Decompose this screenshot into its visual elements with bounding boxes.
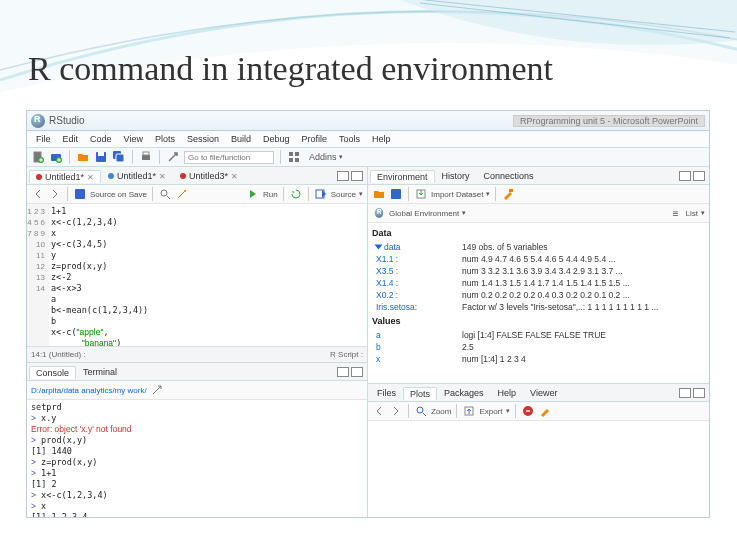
goto-input[interactable] — [184, 151, 274, 164]
tab-files[interactable]: Files — [370, 386, 403, 399]
remove-plot-icon[interactable] — [521, 404, 535, 418]
source-toolbar: Source on Save Run Source▾ — [27, 185, 367, 204]
list-view-icon[interactable]: ≡ — [669, 206, 683, 220]
menu-build[interactable]: Build — [226, 133, 256, 145]
source-editor[interactable]: 1 2 3 4 5 6 7 8 9 10 11 12 13 14 1+1 x<-… — [27, 204, 367, 346]
clear-icon[interactable] — [501, 187, 515, 201]
close-icon[interactable]: ✕ — [231, 172, 238, 181]
working-dir[interactable]: D:/arpita/data analytics/my work/ — [31, 386, 147, 395]
source-tab-1[interactable]: Untitled1*✕ — [29, 170, 101, 183]
env-var-b[interactable]: b — [372, 341, 462, 353]
console-output[interactable]: setprd > x.y Error: object 'x.y' not fou… — [27, 400, 367, 517]
tab-history[interactable]: History — [435, 169, 477, 182]
maximize-pane-icon[interactable] — [693, 388, 705, 398]
minimize-pane-icon[interactable] — [337, 367, 349, 377]
code-text[interactable]: 1+1 x<-c(1,2,3,4) x y<-c(3,4,5) y z=prod… — [49, 204, 367, 346]
new-file-icon[interactable] — [31, 150, 45, 164]
menu-debug[interactable]: Debug — [258, 133, 295, 145]
files-pane: Files Plots Packages Help Viewer Zoom Ex… — [368, 384, 709, 517]
back-icon[interactable] — [31, 187, 45, 201]
new-project-icon[interactable] — [49, 150, 63, 164]
wand-icon[interactable] — [175, 187, 189, 201]
tab-viewer[interactable]: Viewer — [523, 386, 564, 399]
tab-plots[interactable]: Plots — [403, 387, 437, 400]
run-button[interactable]: Run — [263, 190, 278, 199]
menu-plots[interactable]: Plots — [150, 133, 180, 145]
env-col-x35: X3.5 : — [372, 265, 462, 277]
files-tabbar: Files Plots Packages Help Viewer — [368, 384, 709, 402]
tab-terminal[interactable]: Terminal — [76, 365, 124, 378]
addins-dropdown[interactable]: Addins▾ — [305, 152, 347, 162]
save-icon[interactable] — [73, 187, 87, 201]
grid-icon[interactable] — [287, 150, 301, 164]
menu-code[interactable]: Code — [85, 133, 117, 145]
minimize-pane-icon[interactable] — [679, 171, 691, 181]
open-file-icon[interactable] — [76, 150, 90, 164]
expand-icon[interactable] — [375, 245, 383, 250]
minimize-pane-icon[interactable] — [679, 388, 691, 398]
console-pane: Console Terminal D:/arpita/data analytic… — [27, 363, 367, 517]
menu-session[interactable]: Session — [182, 133, 224, 145]
svg-rect-10 — [142, 155, 150, 160]
load-workspace-icon[interactable] — [372, 187, 386, 201]
menu-view[interactable]: View — [119, 133, 148, 145]
file-dot-icon — [108, 173, 114, 179]
import-icon[interactable] — [414, 187, 428, 201]
rerun-icon[interactable] — [289, 187, 303, 201]
export-button[interactable]: Export — [479, 407, 502, 416]
menu-file[interactable]: File — [31, 133, 56, 145]
tab-environment[interactable]: Environment — [370, 170, 435, 183]
export-icon[interactable] — [462, 404, 476, 418]
more-icon[interactable] — [150, 383, 164, 397]
next-plot-icon[interactable] — [389, 404, 403, 418]
maximize-pane-icon[interactable] — [351, 367, 363, 377]
dirty-dot-icon — [180, 173, 186, 179]
maximize-pane-icon[interactable] — [693, 171, 705, 181]
find-icon[interactable] — [158, 187, 172, 201]
prev-plot-icon[interactable] — [372, 404, 386, 418]
run-icon[interactable] — [246, 187, 260, 201]
menu-tools[interactable]: Tools — [334, 133, 365, 145]
menu-profile[interactable]: Profile — [297, 133, 333, 145]
minimize-pane-icon[interactable] — [337, 171, 349, 181]
clear-plots-icon[interactable] — [538, 404, 552, 418]
environment-tabbar: Environment History Connections — [368, 167, 709, 185]
zoom-button[interactable]: Zoom — [431, 407, 451, 416]
env-col-x14: X1.4 : — [372, 277, 462, 289]
tab-packages[interactable]: Packages — [437, 386, 491, 399]
env-var-x[interactable]: x — [372, 353, 462, 365]
menu-edit[interactable]: Edit — [58, 133, 84, 145]
close-icon[interactable]: ✕ — [159, 172, 166, 181]
tab-connections[interactable]: Connections — [477, 169, 541, 182]
svg-rect-20 — [391, 189, 401, 199]
goto-icon[interactable] — [166, 150, 180, 164]
zoom-icon[interactable] — [414, 404, 428, 418]
save-workspace-icon[interactable] — [389, 187, 403, 201]
print-icon[interactable] — [139, 150, 153, 164]
source-tab-3[interactable]: Untitled3*✕ — [173, 169, 245, 182]
source-button[interactable]: Source — [331, 190, 356, 199]
console-tabbar: Console Terminal — [27, 363, 367, 381]
save-all-icon[interactable] — [112, 150, 126, 164]
maximize-pane-icon[interactable] — [351, 171, 363, 181]
env-var-a[interactable]: a — [372, 329, 462, 341]
close-icon[interactable]: ✕ — [87, 173, 94, 182]
source-icon[interactable] — [314, 187, 328, 201]
import-dataset-button[interactable]: Import Dataset — [431, 190, 483, 199]
tab-console[interactable]: Console — [29, 366, 76, 379]
env-col-x11: X1.1 : — [372, 253, 462, 265]
scope-dropdown[interactable]: Global Environment — [389, 209, 459, 218]
titlebar: RStudio RProgramming unit 5 - Microsoft … — [27, 111, 709, 131]
app-title: RStudio — [49, 115, 85, 126]
menu-help[interactable]: Help — [367, 133, 396, 145]
save-icon[interactable] — [94, 150, 108, 164]
source-tab-2[interactable]: Untitled1*✕ — [101, 169, 173, 182]
environment-scope-bar: Global Environment▾ ≡List▾ — [368, 204, 709, 223]
forward-icon[interactable] — [48, 187, 62, 201]
slide-title: R command in integrated environment — [28, 50, 553, 88]
source-on-save-label[interactable]: Source on Save — [90, 190, 147, 199]
tab-help[interactable]: Help — [491, 386, 524, 399]
rstudio-logo-icon — [31, 114, 45, 128]
environment-toolbar: Import Dataset▾ — [368, 185, 709, 204]
env-var-data[interactable]: data — [372, 241, 462, 253]
